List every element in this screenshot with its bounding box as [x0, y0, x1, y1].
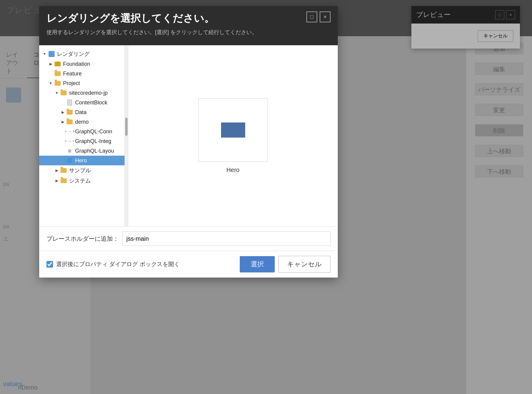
data-icon — [66, 109, 74, 116]
tree-arrow-demo: ▶ — [60, 120, 66, 124]
tree-label-rendering: レンダリング — [57, 50, 90, 58]
tree-scrollbar[interactable] — [125, 45, 128, 226]
cancel-button[interactable]: キャンセル — [278, 256, 331, 273]
sitecoredemo-jp-icon — [60, 90, 68, 96]
tree-item-foundation[interactable]: ▶ Foundation — [39, 59, 125, 69]
dialog-header: レンダリングを選択してください。 使用するレンダリングを選択してください。[選択… — [39, 6, 338, 45]
checkbox-label: 選択後にプロパティ ダイアログ ボックスを開く — [56, 260, 180, 268]
demo-icon — [66, 119, 74, 125]
open-properties-checkbox[interactable] — [46, 261, 53, 268]
contentblock-icon — [66, 99, 74, 106]
dialog-header-controls: □ × — [306, 11, 331, 22]
tree-label-graphql-layout: GraphQL-Layou — [75, 148, 114, 154]
project-icon — [54, 80, 62, 87]
tree-arrow-foundation: ▶ — [48, 62, 54, 66]
sample-icon — [60, 167, 68, 174]
tree-label-data: Data — [75, 109, 87, 116]
tree-label-project: Project — [63, 80, 80, 87]
rendering-icon — [48, 51, 55, 57]
dialog-close-button[interactable]: × — [320, 11, 331, 22]
dialog-footer: 選択後にプロパティ ダイアログ ボックスを開く 選択 キャンセル — [39, 251, 338, 278]
tree-label-foundation: Foundation — [63, 61, 90, 67]
foundation-icon — [54, 61, 62, 67]
tree-label-contentblock: ContentBlock — [75, 100, 107, 106]
tree-item-system[interactable]: ▶ システム — [39, 176, 125, 186]
select-button[interactable]: 選択 — [240, 256, 275, 272]
tree-item-demo[interactable]: ▶ demo — [39, 117, 125, 127]
tree-arrow-system: ▶ — [54, 179, 60, 183]
dialog-header-content: レンダリングを選択してください。 使用するレンダリングを選択してください。[選択… — [46, 11, 302, 37]
preview-panel: Hero — [128, 45, 338, 226]
hero-icon — [66, 157, 74, 164]
tree-label-feature: Feature — [63, 71, 82, 77]
tree-item-sitecoredemo-jp[interactable]: ▼ sitecoredemo-jp — [39, 88, 125, 98]
tree-arrow-sitecoredemo-jp: ▼ — [54, 91, 60, 95]
tree-arrow-sample: ▶ — [54, 168, 60, 173]
tree-label-graphql-conn: GraphQL-Conn — [75, 129, 112, 135]
tree-label-graphql-integ: GraphQL-Integ — [75, 138, 111, 145]
tree-panel[interactable]: ▼ レンダリング ▶ Foundation — [39, 45, 125, 226]
graphql-integ-icon: ⚬→⚬ — [66, 138, 74, 145]
placeholder-row: プレースホルダーに追加： — [39, 226, 338, 251]
dialog-body: ▼ レンダリング ▶ Foundation — [39, 45, 338, 226]
tree-item-data[interactable]: ▶ Data — [39, 107, 125, 117]
tree-label-sitecoredemo-jp: sitecoredemo-jp — [69, 90, 108, 96]
preview-box — [198, 98, 268, 162]
main-dialog: レンダリングを選択してください。 使用するレンダリングを選択してください。[選択… — [39, 6, 338, 278]
tree-item-feature[interactable]: Feature — [39, 69, 125, 78]
tree-item-graphql-conn[interactable]: ⚬→⚬ GraphQL-Conn — [39, 127, 125, 136]
tree-label-demo: demo — [75, 119, 89, 125]
graphql-conn-icon: ⚬→⚬ — [66, 128, 74, 135]
graphql-layout-icon: ⊞ — [66, 148, 74, 154]
tree-label-hero: Hero — [75, 157, 87, 164]
preview-inner-box — [221, 122, 245, 138]
feature-icon — [54, 70, 62, 77]
tree-item-sample[interactable]: ▶ サンプル — [39, 165, 125, 176]
tree-arrow-data: ▶ — [60, 110, 66, 114]
placeholder-label: プレースホルダーに追加： — [46, 235, 119, 243]
placeholder-input[interactable] — [122, 231, 331, 246]
system-icon — [60, 177, 68, 184]
tree-arrow-project: ▼ — [48, 81, 54, 85]
tree-item-project[interactable]: ▼ Project — [39, 78, 125, 88]
tree-item-graphql-layout[interactable]: ⊞ GraphQL-Layou — [39, 146, 125, 156]
dialog-minimize-button[interactable]: □ — [306, 11, 317, 22]
tree-label-sample: サンプル — [69, 167, 91, 174]
tree-arrow-rendering: ▼ — [42, 52, 48, 56]
tree-label-system: システム — [69, 177, 91, 184]
checkbox-row: 選択後にプロパティ ダイアログ ボックスを開く — [46, 260, 236, 268]
dialog-subtitle: 使用するレンダリングを選択してください。[選択] をクリックして続行してください… — [46, 28, 302, 37]
tree-scrollbar-thumb[interactable] — [125, 118, 128, 136]
dialog-title: レンダリングを選択してください。 — [46, 11, 302, 25]
tree-item-graphql-integ[interactable]: ⚬→⚬ GraphQL-Integ — [39, 136, 125, 146]
tree-item-hero[interactable]: Hero — [39, 156, 125, 165]
tree-item-rendering[interactable]: ▼ レンダリング — [39, 49, 125, 59]
preview-name: Hero — [226, 167, 239, 173]
tree-container: ▼ レンダリング ▶ Foundation — [39, 45, 128, 226]
tree-item-contentblock[interactable]: ContentBlock — [39, 98, 125, 107]
